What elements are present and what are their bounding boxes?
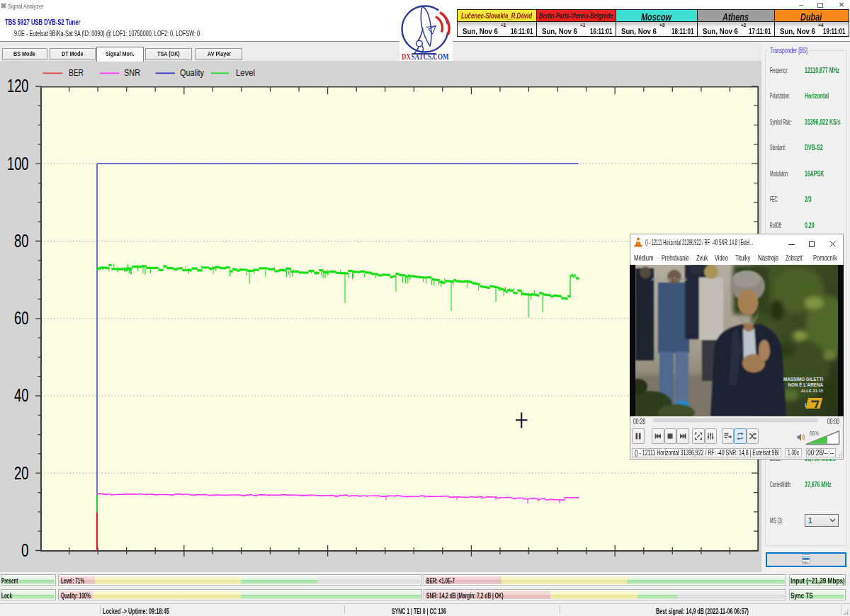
svg-text:NON È L'ARENA: NON È L'ARENA bbox=[788, 382, 824, 387]
svg-text:DX: DX bbox=[402, 51, 411, 61]
svg-text:ATLANTIDE: ATLANTIDE bbox=[651, 276, 688, 283]
svg-text:Level: Level bbox=[236, 67, 255, 78]
svg-text:60: 60 bbox=[14, 307, 29, 329]
svg-text:100: 100 bbox=[7, 153, 29, 174]
svg-text:Quality: Quality bbox=[180, 67, 204, 78]
svg-text:BER: BER bbox=[69, 67, 84, 78]
svg-text:20: 20 bbox=[14, 462, 29, 484]
svg-text:ALLE 21.15: ALLE 21.15 bbox=[801, 389, 824, 393]
svg-text:SNR: SNR bbox=[124, 67, 140, 78]
svg-text:80: 80 bbox=[14, 230, 29, 251]
svg-text:0: 0 bbox=[21, 540, 29, 561]
svg-text:MASSIMO GILETTI: MASSIMO GILETTI bbox=[783, 377, 823, 382]
svg-text:40: 40 bbox=[14, 384, 29, 406]
svg-text:120: 120 bbox=[7, 75, 29, 96]
svg-text:SATCS.COM: SATCS.COM bbox=[412, 51, 449, 61]
